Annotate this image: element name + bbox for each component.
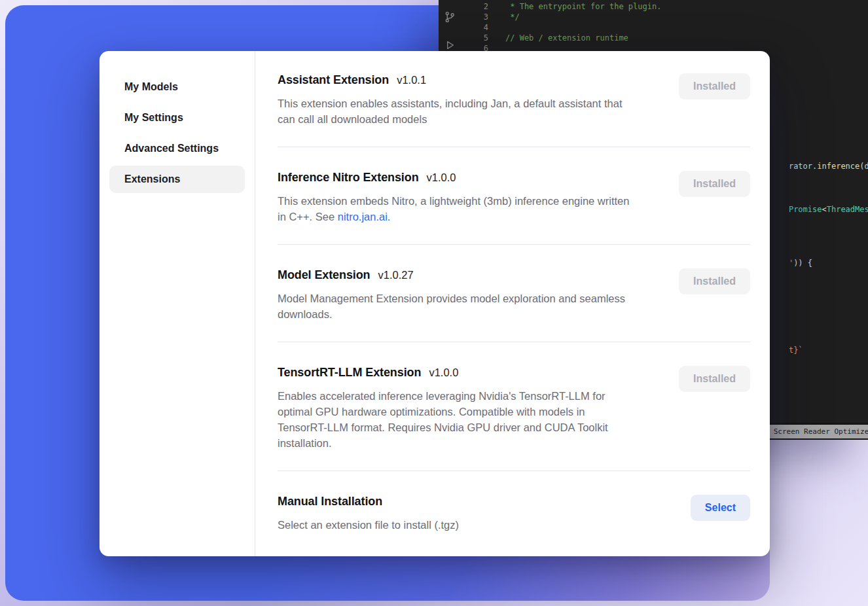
extensions-panel: Assistant Extension v1.0.1 This extensio… <box>255 51 770 556</box>
sidebar-item-extensions[interactable]: Extensions <box>109 166 245 193</box>
settings-sidebar: My Models My Settings Advanced Settings … <box>99 51 255 556</box>
extension-description: This extension embeds Nitro, a lightweig… <box>278 193 634 224</box>
installed-button[interactable]: Installed <box>679 366 750 392</box>
extension-row-inference-nitro: Inference Nitro Extension v1.0.0 This ex… <box>278 147 750 245</box>
extension-row-assistant: Assistant Extension v1.0.1 This extensio… <box>278 51 750 147</box>
extension-title: Model Extension <box>278 268 371 282</box>
select-button[interactable]: Select <box>691 495 750 521</box>
extension-title: Inference Nitro Extension <box>278 171 419 185</box>
sidebar-item-my-settings[interactable]: My Settings <box>109 104 245 132</box>
manual-installation-title: Manual Installation <box>278 495 382 508</box>
code-fragment: Promise<ThreadMessage> <box>770 194 868 225</box>
manual-installation-row: Manual Installation Select an extension … <box>278 471 750 552</box>
sidebar-item-my-models[interactable]: My Models <box>109 73 245 101</box>
extension-title: Assistant Extension <box>278 73 389 87</box>
extension-description: Model Management Extension provides mode… <box>278 291 634 322</box>
line-number: 2 <box>461 1 488 12</box>
extension-description: Enables accelerated inference leveraging… <box>278 388 634 451</box>
screen-reader-optimized-badge[interactable]: Screen Reader Optimized <box>769 425 868 438</box>
editor-code-area: 2 * The entrypoint for the plugin. 3 */ … <box>461 1 868 54</box>
code-line: 2 * The entrypoint for the plugin. <box>461 1 868 12</box>
code-fragment: rator.inference(data)); <box>770 151 868 182</box>
sidebar-item-advanced-settings[interactable]: Advanced Settings <box>109 135 245 162</box>
line-number: 5 <box>461 33 488 43</box>
extension-row-model: Model Extension v1.0.27 Model Management… <box>278 245 750 342</box>
code-line: 4 <box>461 22 868 33</box>
nitro-jan-ai-link[interactable]: nitro.jan.ai. <box>338 211 391 223</box>
code-line: 3 */ <box>461 12 868 22</box>
extension-version: v1.0.1 <box>397 74 426 86</box>
code-fragment: t}` <box>770 334 803 366</box>
manual-installation-description: Select an extension file to install (.tg… <box>278 517 459 533</box>
installed-button[interactable]: Installed <box>679 268 750 294</box>
extension-version: v1.0.0 <box>427 171 456 184</box>
extension-description: This extension enables assistants, inclu… <box>278 96 634 127</box>
extension-version: v1.0.0 <box>429 366 458 379</box>
line-number: 4 <box>461 22 488 33</box>
source-control-icon[interactable] <box>443 10 456 26</box>
settings-modal: My Models My Settings Advanced Settings … <box>99 51 770 556</box>
extension-version: v1.0.27 <box>378 269 414 281</box>
installed-button[interactable]: Installed <box>679 171 750 197</box>
code-line: 5 // Web / extension runtime <box>461 33 868 43</box>
extension-title: TensortRT-LLM Extension <box>278 366 421 380</box>
code-fragment: ')) { <box>770 247 812 279</box>
installed-button[interactable]: Installed <box>679 73 750 99</box>
extension-row-tensorrt-llm: TensortRT-LLM Extension v1.0.0 Enables a… <box>278 342 750 471</box>
line-number: 3 <box>461 12 488 22</box>
